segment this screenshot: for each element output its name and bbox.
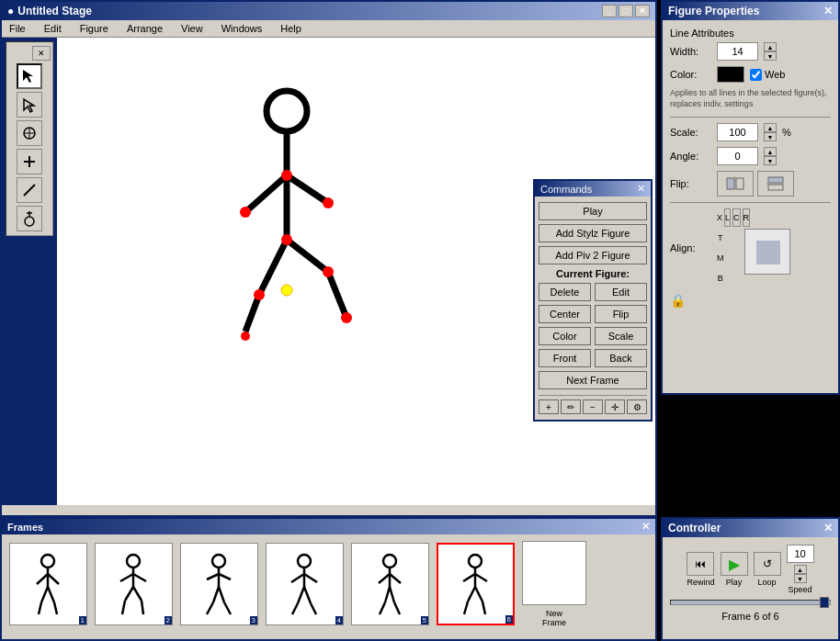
figure-properties-panel: Figure Properties ✕ Line Attributes Widt…	[661, 0, 840, 395]
slider-fill	[671, 601, 830, 604]
menu-file[interactable]: File	[6, 22, 29, 35]
tool-pivot[interactable]	[17, 120, 42, 146]
tool-add[interactable]	[17, 149, 42, 174]
frame-2[interactable]: 2	[95, 543, 173, 625]
width-up[interactable]: ▲	[764, 42, 777, 51]
svg-line-40	[48, 587, 54, 602]
svg-point-22	[323, 197, 334, 208]
svg-line-82	[482, 602, 485, 614]
rewind-icon: ⏮	[687, 552, 714, 576]
slider-thumb[interactable]	[820, 597, 829, 608]
frame-3[interactable]: 3	[180, 543, 258, 625]
progress-slider[interactable]	[670, 600, 831, 605]
center-button[interactable]: Center	[539, 305, 591, 323]
align-m-label: M	[717, 249, 724, 267]
angle-input[interactable]	[717, 147, 758, 165]
maximize-button[interactable]: □	[619, 5, 633, 17]
width-input[interactable]	[717, 42, 758, 61]
scale-button[interactable]: Scale	[595, 327, 647, 345]
svg-marker-1	[24, 99, 34, 112]
commands-close[interactable]: ✕	[637, 183, 645, 195]
add-piv2-button[interactable]: Add Piv 2 Figure	[539, 246, 647, 264]
svg-line-78	[475, 574, 487, 581]
align-x-label: X	[717, 208, 722, 227]
add-icon-btn[interactable]: +	[539, 399, 559, 414]
frame-4[interactable]: 4	[266, 543, 344, 625]
edit-button[interactable]: Edit	[595, 283, 647, 301]
flip-button[interactable]: Flip	[595, 305, 647, 323]
lock-icon[interactable]: 🔒	[670, 293, 686, 308]
menu-edit[interactable]: Edit	[40, 22, 65, 35]
menu-view[interactable]: View	[177, 22, 207, 35]
figure-props-close[interactable]: ✕	[823, 5, 833, 17]
delete-button[interactable]: Delete	[539, 283, 591, 301]
tool-circle[interactable]	[17, 206, 42, 231]
width-down[interactable]: ▼	[764, 51, 777, 61]
menu-help[interactable]: Help	[277, 22, 305, 35]
flip-label: Flip:	[670, 178, 711, 189]
web-checkbox[interactable]	[750, 69, 762, 81]
tool-pointer[interactable]	[17, 63, 42, 89]
align-c-btn[interactable]: C	[732, 208, 741, 227]
speed-input[interactable]	[787, 545, 814, 563]
svg-line-73	[380, 602, 385, 614]
speed-up[interactable]: ▲	[794, 565, 807, 574]
loop-button[interactable]: ↺ Loop	[754, 552, 781, 587]
angle-up[interactable]: ▲	[764, 147, 777, 156]
svg-marker-0	[23, 70, 33, 83]
svg-line-53	[207, 574, 219, 579]
add-stylz-button[interactable]: Add Stylz Figure	[539, 224, 647, 242]
svg-line-71	[385, 587, 390, 602]
align-l-btn[interactable]: L	[724, 208, 731, 227]
align-controls: X L C R T M B	[717, 208, 790, 287]
settings-icon-btn[interactable]: ⚙	[627, 399, 647, 414]
controller-close[interactable]: ✕	[823, 522, 833, 534]
minimize-button[interactable]: _	[602, 5, 617, 17]
close-button[interactable]: ✕	[635, 5, 650, 17]
menu-arrange[interactable]: Arrange	[123, 22, 166, 35]
speed-down[interactable]: ▼	[794, 574, 807, 583]
menu-windows[interactable]: Windows	[218, 22, 267, 35]
toolbar-close[interactable]: ✕	[32, 46, 51, 61]
frame-1[interactable]: 1	[9, 543, 87, 625]
tool-line[interactable]	[17, 177, 42, 203]
pencil-icon-btn[interactable]: ✏	[561, 399, 581, 414]
flip-horizontal-button[interactable]	[757, 171, 794, 197]
minus-icon-btn[interactable]: −	[583, 399, 603, 414]
frames-close[interactable]: ✕	[641, 521, 650, 533]
front-button[interactable]: Front	[539, 349, 591, 367]
move-icon-btn[interactable]: ✛	[605, 399, 625, 414]
color-button[interactable]: Color	[539, 327, 591, 345]
stick-figure	[195, 84, 379, 359]
frame-5[interactable]: 5	[351, 543, 429, 625]
align-label: Align:	[670, 242, 711, 253]
back-button[interactable]: Back	[595, 349, 647, 367]
new-frame-button[interactable]: NewFrame	[522, 541, 586, 627]
frame-5-number: 5	[421, 616, 428, 624]
color-swatch[interactable]	[717, 66, 744, 83]
svg-point-26	[341, 312, 352, 323]
svg-point-24	[254, 289, 265, 300]
svg-line-13	[245, 175, 287, 212]
rewind-button[interactable]: ⏮ Rewind	[687, 552, 714, 587]
new-frame-label: NewFrame	[542, 609, 566, 627]
svg-line-45	[120, 574, 133, 581]
frame-6[interactable]: 6	[437, 543, 515, 625]
align-grid-visual: T M B	[717, 229, 790, 287]
svg-line-61	[291, 574, 304, 582]
scale-down[interactable]: ▼	[764, 132, 777, 141]
toolbar-inner: ✕	[6, 41, 53, 236]
scale-input[interactable]	[717, 123, 758, 141]
play-ctrl-button[interactable]: ▶ Play	[721, 552, 748, 587]
svg-line-55	[213, 587, 219, 602]
angle-row: Angle: ▲ ▼	[670, 147, 831, 165]
play-button[interactable]: Play	[539, 202, 647, 220]
menu-figure[interactable]: Figure	[76, 22, 112, 35]
next-frame-button[interactable]: Next Frame	[539, 371, 647, 389]
scale-up[interactable]: ▲	[764, 123, 777, 132]
tool-node[interactable]	[17, 92, 42, 118]
align-r-btn[interactable]: R	[743, 208, 751, 227]
frame-6-figure	[450, 552, 501, 616]
angle-down[interactable]: ▼	[764, 156, 777, 165]
flip-vertical-button[interactable]	[717, 171, 754, 197]
